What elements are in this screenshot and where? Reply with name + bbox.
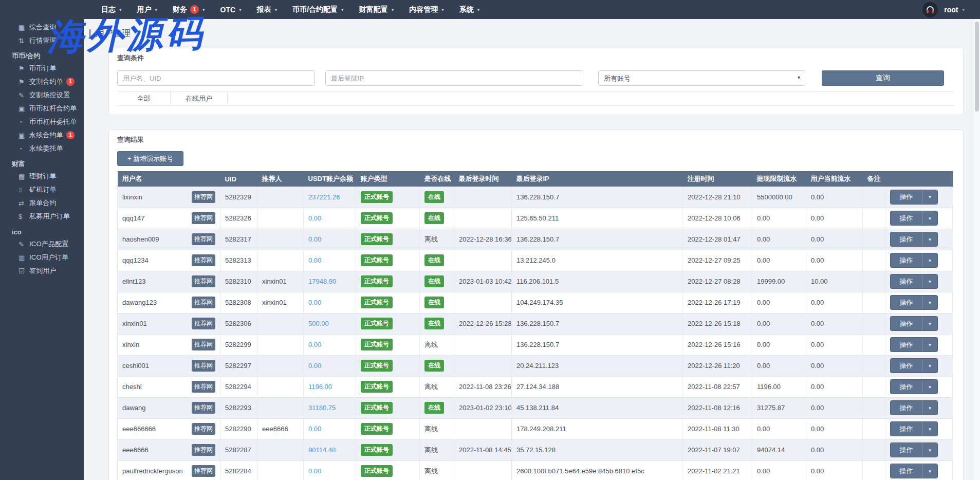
top-nav: 日志▾用户▾财务1▾OTC▾报表▾币币/合约配置▾财富配置▾内容管理▾系统▾ (101, 0, 479, 19)
referral-net-badge[interactable]: 推荐网 (192, 465, 215, 477)
action-caret-button[interactable]: ▾ (922, 443, 937, 457)
referral-net-badge[interactable]: 推荐网 (192, 233, 215, 245)
add-demo-account-button[interactable]: + 新增演示账号 (117, 151, 183, 166)
search-button[interactable]: 查询 (822, 70, 944, 86)
balance-link[interactable]: 0.00 (308, 299, 321, 306)
action-button[interactable]: 操作 (891, 296, 922, 309)
sidebar-item-18[interactable]: ☑签到用户 (0, 264, 84, 278)
nav-item-8[interactable]: 系统▾ (459, 5, 480, 14)
action-caret-button[interactable]: ▾ (922, 464, 937, 478)
action-caret-button[interactable]: ▾ (922, 274, 937, 288)
balance-link[interactable]: 17948.90 (308, 278, 336, 285)
action-button[interactable]: 操作 (891, 190, 922, 204)
referral-net-badge[interactable]: 推荐网 (192, 339, 215, 350)
balance-link[interactable]: 0.00 (308, 256, 321, 264)
nav-item-7[interactable]: 内容管理▾ (409, 5, 444, 14)
action-caret-button[interactable]: ▾ (922, 380, 937, 394)
referrer-cell (257, 229, 304, 250)
username-cell: eee6666推荐网 (118, 439, 220, 460)
balance-link[interactable]: 31180.75 (308, 404, 336, 412)
balance-link[interactable]: 237221.26 (308, 193, 340, 201)
balance-link[interactable]: 0.00 (308, 214, 321, 222)
balance-link[interactable]: 90114.48 (308, 446, 336, 454)
referral-net-badge[interactable]: 推荐网 (192, 444, 215, 456)
referral-net-badge[interactable]: 推荐网 (192, 254, 215, 266)
action-button[interactable]: 操作 (891, 401, 922, 415)
balance-link[interactable]: 0.00 (308, 362, 321, 370)
balance-link[interactable]: 0.00 (308, 425, 321, 433)
referral-net-badge[interactable]: 推荐网 (192, 360, 215, 372)
referral-net-badge[interactable]: 推荐网 (192, 381, 215, 393)
action-caret-button[interactable]: ▾ (922, 190, 937, 204)
action-button[interactable]: 操作 (891, 274, 922, 288)
tab-online-users[interactable]: 在线用户 (171, 91, 228, 105)
referral-net-badge[interactable]: 推荐网 (192, 402, 215, 414)
balance-link[interactable]: 0.00 (308, 235, 321, 243)
scrollbar[interactable] (973, 19, 980, 480)
action-caret-button[interactable]: ▾ (922, 317, 937, 330)
nav-item-2[interactable]: 财务1▾ (173, 5, 205, 14)
action-caret-button[interactable]: ▾ (922, 232, 937, 246)
column-header: 用户名 (118, 171, 220, 187)
referral-net-badge[interactable]: 推荐网 (192, 423, 215, 435)
action-button[interactable]: 操作 (891, 211, 922, 225)
account-type-select[interactable]: 所有账号 (598, 70, 805, 86)
sidebar-item-6[interactable]: ▣币币杠杆合约单 (0, 102, 84, 115)
sidebar-item-11[interactable]: ▤理财订单 (0, 170, 84, 183)
sidebar-item-0[interactable]: ▦综合查询 (0, 21, 84, 34)
nav-item-5[interactable]: 币币/合约配置▾ (292, 5, 343, 14)
referral-net-badge[interactable]: 推荐网 (192, 191, 215, 203)
balance-link[interactable]: 0.00 (308, 341, 321, 348)
action-button[interactable]: 操作 (891, 464, 922, 478)
sidebar-item-12[interactable]: ≡矿机订单 (0, 183, 84, 196)
sidebar-item-14[interactable]: $私募用户订单 (0, 210, 84, 223)
referral-net-badge[interactable]: 推荐网 (192, 297, 215, 308)
nav-item-6[interactable]: 财富配置▾ (359, 5, 394, 14)
referral-net-badge[interactable]: 推荐网 (192, 318, 215, 329)
sidebar-item-7[interactable]: ◔币币杠杆委托单 (0, 115, 84, 128)
action-button[interactable]: 操作 (891, 317, 922, 330)
sidebar-item-8[interactable]: ▣永续合约单1 (0, 128, 84, 142)
nav-item-0[interactable]: 日志▾ (101, 5, 122, 14)
action-caret-button[interactable]: ▾ (922, 296, 937, 309)
sidebar-item-3[interactable]: ⚑币币订单 (0, 62, 84, 75)
action-button[interactable]: 操作 (891, 422, 922, 436)
action-button[interactable]: 操作 (891, 380, 922, 394)
action-button[interactable]: 操作 (891, 253, 922, 267)
balance-link[interactable]: 1196.00 (308, 383, 332, 391)
nav-item-3[interactable]: OTC▾ (220, 6, 242, 14)
referral-net-badge[interactable]: 推荐网 (192, 275, 215, 287)
sidebar-item-5[interactable]: ✎交割场控设置 (0, 88, 84, 102)
table-body: lixinxin推荐网5282329237221.26正式账号在线136.228… (118, 187, 953, 480)
referral-net-badge[interactable]: 推荐网 (192, 212, 215, 224)
nav-item-1[interactable]: 用户▾ (137, 5, 158, 14)
account-type-cell: 正式账号 (356, 292, 420, 313)
user-menu[interactable]: root (944, 6, 958, 14)
action-button[interactable]: 操作 (891, 359, 922, 373)
action-button[interactable]: 操作 (891, 232, 922, 246)
username-cell: eee666666推荐网 (118, 418, 220, 439)
action-caret-button[interactable]: ▾ (922, 338, 937, 352)
action-caret-button[interactable]: ▾ (922, 253, 937, 267)
action-button[interactable]: 操作 (891, 443, 922, 457)
sidebar-item-4[interactable]: ⚑交割合约单1 (0, 75, 84, 88)
last-login-ip-input[interactable] (325, 70, 583, 86)
username-uid-input[interactable] (117, 70, 315, 86)
action-caret-button[interactable]: ▾ (922, 211, 937, 225)
nav-item-label: 内容管理 (409, 5, 438, 14)
balance-link[interactable]: 0.00 (308, 467, 321, 475)
sidebar-item-9[interactable]: ◔永续委托单 (0, 142, 84, 155)
sidebar-item-17[interactable]: ▥ICO用户订单 (0, 251, 84, 264)
action-caret-button[interactable]: ▾ (922, 422, 937, 436)
balance-link[interactable]: 500.00 (308, 320, 329, 327)
nav-item-4[interactable]: 报表▾ (257, 5, 278, 14)
action-caret-button[interactable]: ▾ (922, 401, 937, 415)
sidebar-item-16[interactable]: ✎ICO产品配置 (0, 237, 84, 251)
scrollbar-thumb[interactable] (975, 22, 979, 112)
action-button[interactable]: 操作 (891, 338, 922, 352)
avatar[interactable] (922, 2, 938, 17)
sidebar-item-13[interactable]: ⇄跟单合约 (0, 196, 84, 210)
sidebar-item-1[interactable]: ⇅行情管理 (0, 34, 84, 47)
action-caret-button[interactable]: ▾ (922, 359, 937, 373)
tab-all[interactable]: 全部 (117, 91, 171, 105)
